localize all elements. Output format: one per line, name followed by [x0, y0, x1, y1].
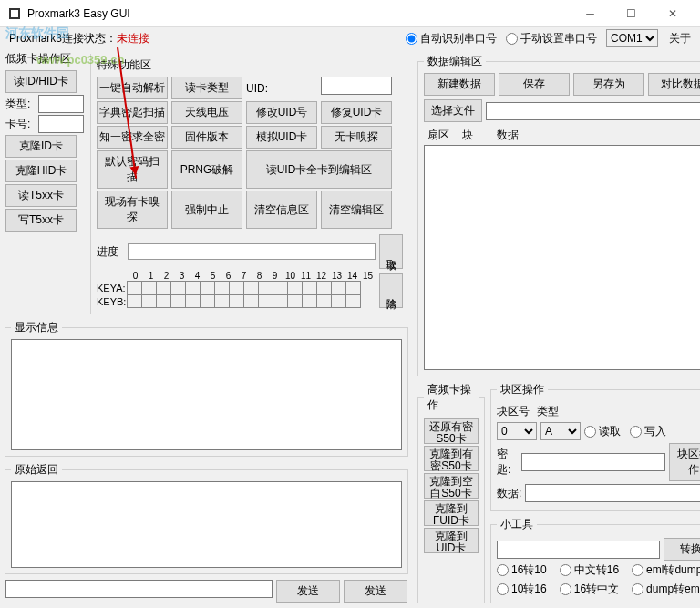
antenna-voltage-button[interactable]: 天线电压: [171, 101, 242, 124]
app-icon: [7, 6, 22, 21]
low-ops-title: 低频卡操作区: [5, 51, 84, 67]
minimize-button[interactable]: ─: [570, 0, 611, 27]
field-sniff-button[interactable]: 现场有卡嗅探: [97, 191, 168, 229]
clone-s50-blank-button[interactable]: 克隆到空白S50卡: [424, 473, 479, 499]
conv-16-cn-radio[interactable]: 16转中文: [560, 582, 619, 597]
block-type-label: 类型: [537, 404, 570, 419]
block-op-button[interactable]: 块区操作: [669, 443, 700, 481]
block-read-radio[interactable]: 读取: [584, 424, 621, 439]
data-headers: 扇区 块 数据: [424, 126, 700, 145]
keya-cells: [128, 281, 361, 294]
block-data-label: 数据:: [497, 486, 521, 501]
block-key-input[interactable]: [521, 453, 665, 471]
display-info-textarea[interactable]: [11, 339, 402, 450]
conv-10-16-radio[interactable]: 10转16: [497, 582, 547, 597]
block-type-select[interactable]: A: [540, 422, 581, 440]
close-button[interactable]: ✕: [652, 0, 693, 27]
block-no-label: 块区号: [497, 404, 533, 419]
save-button[interactable]: 保存: [499, 73, 570, 96]
com-port-select[interactable]: COM1: [606, 29, 658, 47]
convert-button[interactable]: 转换: [664, 538, 700, 561]
one-key-parse-button[interactable]: 一键自动解析: [97, 77, 168, 99]
card-label: 卡号:: [5, 117, 36, 132]
know-one-key-button[interactable]: 知一密求全密: [97, 126, 168, 149]
svg-rect-1: [11, 10, 18, 17]
read-t5xx-button[interactable]: 读T5xx卡: [5, 184, 77, 207]
raw-return-textarea[interactable]: [11, 481, 402, 568]
no-card-sniff-button[interactable]: 无卡嗅探: [321, 126, 392, 149]
clone-fuid-button[interactable]: 克隆到FUID卡: [424, 500, 479, 526]
read-card-type-button[interactable]: 读卡类型: [171, 77, 242, 99]
dict-key-scan-button[interactable]: 字典密匙扫描: [97, 101, 168, 124]
save-as-button[interactable]: 另存为: [573, 73, 644, 96]
fix-uid-button[interactable]: 修复UID卡: [321, 101, 392, 124]
convert-input[interactable]: [497, 541, 660, 559]
file-path-input[interactable]: [486, 102, 700, 120]
restore-s50-button[interactable]: 还原有密S50卡: [424, 418, 479, 444]
block-data-input[interactable]: [525, 484, 700, 502]
select-file-button[interactable]: 选择文件: [424, 99, 482, 122]
progress-bar: [128, 243, 376, 260]
conv-16-10-radio[interactable]: 16转10: [497, 562, 547, 578]
type-input[interactable]: [38, 95, 84, 113]
auto-port-radio[interactable]: 自动识别串口号: [406, 31, 497, 46]
modify-uid-button[interactable]: 修改UID号: [246, 101, 317, 124]
simulate-uid-button[interactable]: 模拟UID卡: [246, 126, 317, 149]
send-button-2[interactable]: 发送: [344, 580, 407, 603]
new-data-button[interactable]: 新建数据: [424, 73, 495, 96]
clone-id-button[interactable]: 克隆ID卡: [5, 135, 77, 158]
keyb-label: KEYB:: [97, 296, 128, 307]
data-list[interactable]: [424, 145, 700, 370]
keyb-cells: [128, 294, 361, 308]
raw-return-title: 原始返回: [11, 462, 62, 478]
send-button-1[interactable]: 发送: [276, 580, 340, 603]
maximize-button[interactable]: ☐: [611, 0, 652, 27]
clear-info-button[interactable]: 清空信息区: [246, 191, 317, 229]
manual-port-radio[interactable]: 手动设置串口号: [506, 31, 597, 46]
window-title: Proxmark3 Easy GUI: [27, 7, 570, 20]
conv-cn-16-radio[interactable]: 中文转16: [560, 562, 619, 578]
uid-input[interactable]: [321, 77, 392, 95]
block-no-select[interactable]: 0: [497, 422, 537, 440]
special-title: 特殊功能区: [97, 57, 403, 73]
block-key-label: 密匙:: [497, 447, 518, 478]
data-edit-title: 数据编辑区: [424, 54, 486, 69]
compare-data-button[interactable]: 对比数据: [648, 73, 700, 96]
read-id-hid-button[interactable]: 读ID/HID卡: [5, 70, 77, 93]
clear-edit-button[interactable]: 清空编辑区: [321, 191, 392, 229]
firmware-version-button[interactable]: 固件版本: [171, 126, 242, 149]
default-pwd-scan-button[interactable]: 默认密码扫描: [97, 150, 168, 189]
block-ops-title: 块区操作: [497, 382, 548, 397]
progress-label: 进度: [97, 244, 124, 260]
read-uid-full-button[interactable]: 读UID卡全卡到编辑区: [246, 150, 392, 189]
card-input[interactable]: [38, 115, 84, 133]
key-col-header: 0123456789101112131415: [128, 271, 376, 281]
force-stop-button[interactable]: 强制中止: [171, 191, 242, 229]
type-label: 类型:: [5, 97, 36, 112]
display-info-title: 显示信息: [11, 320, 62, 335]
block-write-radio[interactable]: 写入: [630, 424, 666, 439]
read-keys-button[interactable]: 读取: [379, 234, 403, 269]
write-t5xx-button[interactable]: 写T5xx卡: [5, 209, 77, 232]
send-command-input[interactable]: [5, 580, 273, 598]
connection-status: Proxmark3连接状态：未连接: [9, 31, 149, 46]
conv-eml-dump-radio[interactable]: eml转dump: [632, 562, 700, 578]
conv-dump-eml-radio[interactable]: dump转eml: [632, 582, 700, 597]
prng-crack-button[interactable]: PRNG破解: [171, 150, 242, 189]
clone-hid-button[interactable]: 克隆HID卡: [5, 160, 77, 182]
about-link[interactable]: 关于: [669, 31, 691, 46]
keya-label: KEYA:: [97, 283, 128, 294]
clone-uid-button[interactable]: 克隆到UID卡: [424, 528, 479, 553]
clone-s50-pwd-button[interactable]: 克隆到有密S50卡: [424, 446, 479, 471]
uid-label: UID:: [246, 77, 317, 99]
hf-ops-title: 高频卡操作: [424, 382, 479, 413]
tools-title: 小工具: [497, 517, 537, 532]
clear-keys-button[interactable]: 清除: [379, 273, 403, 308]
